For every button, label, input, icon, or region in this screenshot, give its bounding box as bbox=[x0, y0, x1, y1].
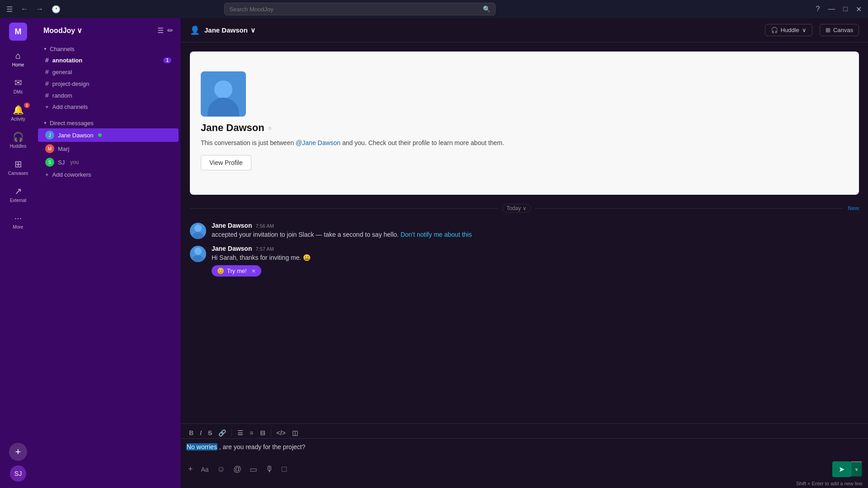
try-me-emoji-icon: 😊 bbox=[217, 267, 224, 274]
strikethrough-button[interactable]: S bbox=[205, 427, 215, 438]
channel-item-annotation[interactable]: # annotation 1 bbox=[38, 54, 179, 66]
huddle-button[interactable]: 🎧 Huddle ∨ bbox=[765, 24, 812, 36]
sidebar-item-external[interactable]: ↗ External bbox=[3, 182, 33, 206]
send-button[interactable]: ➤ bbox=[832, 461, 851, 477]
view-profile-button[interactable]: View Profile bbox=[201, 155, 251, 170]
profile-avatar-large bbox=[201, 71, 246, 117]
profile-status-icon: ○ bbox=[268, 124, 272, 131]
dm-item-marj[interactable]: M Marj bbox=[38, 142, 179, 155]
italic-button[interactable]: I bbox=[197, 427, 204, 438]
activity-badge: 1 bbox=[24, 103, 30, 108]
main-chat: 👤 Jane Dawson ∨ 🎧 Huddle ∨ ⊞ Canvas bbox=[181, 18, 868, 488]
block-button[interactable]: ◫ bbox=[289, 427, 301, 438]
close-button[interactable]: ✕ bbox=[854, 3, 863, 15]
back-button[interactable]: ← bbox=[18, 3, 31, 15]
huddles-icon: 🎧 bbox=[13, 131, 24, 142]
msg1-avatar-inner bbox=[192, 223, 204, 239]
titlebar-right: ? — □ ✕ bbox=[814, 3, 863, 15]
dm-item-sj[interactable]: S SJ you bbox=[38, 155, 179, 169]
channel-item-project-design[interactable]: # project-design bbox=[38, 78, 179, 89]
link-button[interactable]: 🔗 bbox=[216, 427, 229, 438]
jane-name: Jane Dawson bbox=[58, 132, 94, 139]
history-button[interactable]: 🕐 bbox=[49, 3, 63, 15]
try-me-button[interactable]: 😊 Try me! ✕ bbox=[212, 265, 261, 277]
bold-button[interactable]: B bbox=[186, 427, 196, 438]
msg2-avatar-head bbox=[194, 248, 202, 255]
home-label: Home bbox=[12, 62, 24, 67]
hash-icon: # bbox=[45, 92, 49, 99]
contact-icon: 👤 bbox=[190, 25, 200, 35]
add-channels-button[interactable]: + Add channels bbox=[38, 101, 179, 113]
msg1-text-content: accepted your invitation to join Slack —… bbox=[212, 231, 401, 238]
workspace-chevron-icon: ∨ bbox=[77, 26, 82, 35]
forward-button[interactable]: → bbox=[33, 3, 46, 15]
format-button[interactable]: Aa bbox=[199, 464, 211, 475]
channel-item-general[interactable]: # general bbox=[38, 66, 179, 78]
minimize-button[interactable]: — bbox=[826, 3, 837, 15]
home-icon: ⌂ bbox=[15, 51, 21, 61]
code-button[interactable]: </> bbox=[274, 427, 288, 438]
date-label[interactable]: Today ∨ bbox=[502, 204, 531, 213]
message-2: Jane Dawson 7:57 AM Hi Sarah, thanks for… bbox=[190, 243, 859, 278]
canvas-button[interactable]: ⊞ Canvas bbox=[820, 24, 859, 36]
avatar-head bbox=[214, 80, 232, 99]
sidebar-item-dms[interactable]: ✉ DMs bbox=[3, 74, 33, 98]
dm-item-jane[interactable]: J Jane Dawson bbox=[38, 128, 179, 142]
channels-section-label: Channels bbox=[50, 46, 75, 52]
channel-name-annotation: annotation bbox=[52, 57, 82, 64]
dms-section-header[interactable]: ▼ Direct messages bbox=[36, 118, 180, 128]
contact-name: Jane Dawson bbox=[204, 26, 248, 34]
external-label: External bbox=[10, 198, 27, 203]
mention-button[interactable]: @ bbox=[231, 463, 243, 476]
chat-header-title[interactable]: Jane Dawson ∨ bbox=[204, 26, 255, 34]
indent-button[interactable]: ⊟ bbox=[257, 427, 268, 438]
attach-button[interactable]: + bbox=[186, 463, 195, 476]
profile-desc-text: This conversation is just between bbox=[201, 139, 296, 146]
canvases-icon: ⊞ bbox=[14, 159, 22, 169]
sidebar-item-home[interactable]: ⌂ Home bbox=[3, 47, 33, 71]
channel-name-random: random bbox=[52, 92, 72, 99]
sidebar-item-huddles[interactable]: 🎧 Huddles bbox=[3, 128, 33, 152]
help-button[interactable]: ? bbox=[814, 3, 821, 15]
channels-section: ▼ Channels # annotation 1 # general # pr… bbox=[36, 44, 180, 113]
sidebar-item-canvases[interactable]: ⊞ Canvases bbox=[3, 155, 33, 179]
video-button[interactable]: ▭ bbox=[248, 463, 259, 476]
emoji-button[interactable]: ☺ bbox=[215, 463, 227, 476]
ordered-list-button[interactable]: ☰ bbox=[235, 427, 246, 438]
channels-section-header[interactable]: ▼ Channels bbox=[36, 44, 180, 54]
audio-button[interactable]: 🎙 bbox=[264, 463, 275, 476]
search-input[interactable] bbox=[229, 6, 483, 13]
msg2-avatar-inner bbox=[192, 246, 204, 262]
hash-icon: # bbox=[45, 80, 49, 87]
sj-you-tag: you bbox=[70, 159, 79, 165]
canvas-icon: ⊞ bbox=[826, 27, 830, 33]
sidebar-item-more[interactable]: ··· More bbox=[3, 209, 33, 233]
compose-icon[interactable]: ✏ bbox=[167, 26, 173, 35]
dont-notify-link[interactable]: Don't notify me about this bbox=[401, 231, 472, 238]
profile-mention[interactable]: @Jane Dawson bbox=[296, 139, 340, 146]
divider-line-left bbox=[190, 208, 498, 209]
add-channels-label: Add channels bbox=[52, 103, 88, 110]
maximize-button[interactable]: □ bbox=[841, 3, 849, 15]
msg2-author: Jane Dawson bbox=[212, 245, 252, 252]
shortcuts-button[interactable]: □ bbox=[280, 463, 288, 476]
more-icon: ··· bbox=[14, 213, 22, 223]
profile-desc-suffix: and you. Check out their profile to lear… bbox=[342, 139, 504, 146]
unordered-list-button[interactable]: ≡ bbox=[247, 427, 256, 438]
composer-input-area[interactable]: No worries , are you ready for the proje… bbox=[181, 439, 868, 459]
menu-button[interactable]: ☰ bbox=[5, 3, 14, 15]
send-dropdown-button[interactable]: ∨ bbox=[851, 461, 863, 477]
user-avatar[interactable]: SJ bbox=[10, 465, 26, 482]
add-coworkers-button[interactable]: + Add coworkers bbox=[38, 169, 179, 180]
app-logo: M bbox=[9, 23, 27, 41]
huddles-label: Huddles bbox=[10, 144, 27, 149]
search-bar[interactable]: 🔍 bbox=[224, 3, 495, 15]
workspace-title[interactable]: MoodJoy ∨ bbox=[43, 26, 82, 35]
sidebar-item-activity[interactable]: 1 🔔 Activity bbox=[3, 101, 33, 125]
sj-name: SJ bbox=[58, 159, 65, 166]
channel-item-random[interactable]: # random bbox=[38, 89, 179, 101]
msg2-text: Hi Sarah, thanks for inviting me. 😀 bbox=[212, 253, 859, 263]
try-me-close-icon[interactable]: ✕ bbox=[251, 268, 256, 274]
filter-icon[interactable]: ☰ bbox=[157, 26, 164, 35]
add-workspace-button[interactable]: + bbox=[9, 443, 27, 461]
